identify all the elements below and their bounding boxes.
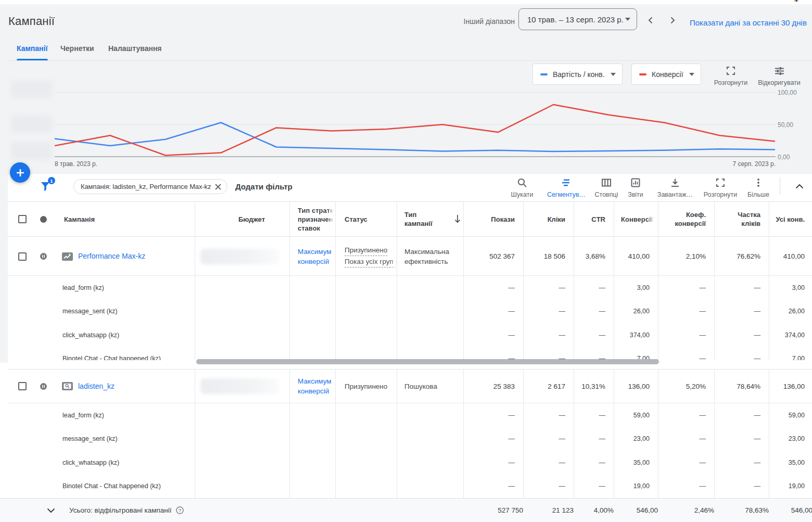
show-last-30-days-link[interactable]: Показати дані за останні 30 днів bbox=[690, 18, 807, 27]
empty-value-dash: — bbox=[509, 412, 515, 419]
campaign-row-performance-max[interactable]: Performance Max-kz Максимум конверсій Пр… bbox=[8, 237, 812, 276]
status-filter-dot-icon[interactable] bbox=[40, 216, 47, 223]
subrow-all-conv: 26,00 bbox=[769, 300, 812, 324]
previous-range-button[interactable] bbox=[643, 13, 658, 28]
empty-value-dash: — bbox=[509, 435, 515, 442]
header-click-share[interactable]: Частка кліків bbox=[715, 202, 769, 236]
status-cell[interactable]: Призупинено Показ усіх груп оголошень bbox=[336, 237, 397, 275]
redacted-budget-value bbox=[200, 378, 280, 394]
empty-value-dash: — bbox=[509, 332, 515, 339]
subrow-clicks: — bbox=[524, 451, 574, 475]
status-detail-text[interactable]: Показ усіх груп оголошень bbox=[345, 257, 397, 268]
toolbar-expand-button[interactable]: Розгорнути bbox=[696, 177, 744, 198]
add-campaign-fab[interactable] bbox=[10, 162, 30, 183]
toolbar-more-label: Більше bbox=[745, 191, 771, 198]
blue-series-dash-icon bbox=[540, 73, 548, 75]
budget-cell[interactable] bbox=[195, 237, 290, 275]
redacted-budget-value bbox=[200, 249, 280, 264]
header-campaign[interactable]: Кампанія bbox=[8, 202, 195, 236]
header-campaign-type-label: Тип кампанії bbox=[397, 210, 447, 228]
conversion-breakdown-group: lead_form (kz)———3,00——3,00message_sent … bbox=[8, 276, 812, 360]
next-range-button[interactable] bbox=[665, 13, 680, 28]
subrow-click-share: — bbox=[715, 451, 769, 475]
budget-cell[interactable] bbox=[195, 370, 290, 403]
toolbar-search-button[interactable]: Шукати bbox=[506, 177, 538, 198]
horizontal-scrollbar-thumb[interactable] bbox=[196, 359, 659, 364]
status-cell[interactable]: Призупинено bbox=[336, 370, 397, 403]
header-conv-rate-label: Коеф. конверсії bbox=[675, 210, 706, 228]
campaign-filter-chip[interactable]: Кампанія: ladisten_kz, Performance Max-k… bbox=[73, 179, 227, 194]
tab-campaigns[interactable]: Кампанії bbox=[17, 44, 47, 53]
impressions-cell: 502 367 bbox=[464, 237, 524, 275]
header-click-share-label: Частка кліків bbox=[738, 210, 760, 228]
toolbar-segment-button[interactable]: Сегментув… bbox=[543, 177, 589, 198]
toolbar-download-button[interactable]: Завантаж… bbox=[652, 177, 699, 198]
chart-metric-selector-1[interactable]: Вартість / конв. bbox=[532, 63, 623, 85]
subrow-conversions: 35,00 bbox=[614, 451, 658, 475]
bid-strategy-cell[interactable]: Максимум конверсій bbox=[290, 370, 336, 403]
date-range-value: 10 трав. – 13 серп. 2023 р. bbox=[527, 15, 624, 24]
toolbar-more-button[interactable]: Більше bbox=[745, 177, 771, 198]
subrow-clicks: — bbox=[524, 300, 574, 324]
date-range-picker[interactable]: 10 трав. – 13 серп. 2023 р. bbox=[518, 8, 637, 30]
empty-value-dash: — bbox=[754, 332, 761, 339]
empty-value-dash: — bbox=[599, 482, 606, 490]
empty-value-dash: — bbox=[700, 459, 706, 466]
campaign-name-link[interactable]: ladisten_kz bbox=[78, 381, 115, 391]
collapse-totals-button[interactable] bbox=[47, 508, 55, 513]
conversion-subrow: click_whatsapp (kz)———374,00——374,00 bbox=[8, 323, 812, 347]
campaign-row-ladisten[interactable]: ladisten_kz Максимум конверсій Призупине… bbox=[8, 369, 812, 403]
subrow-conv-rate: — bbox=[658, 403, 715, 427]
subrow-conv-rate: — bbox=[658, 451, 715, 475]
subrow-clicks: — bbox=[524, 475, 574, 499]
top-toolbar-edge bbox=[0, 0, 812, 5]
total-clicks: 21 123 bbox=[531, 499, 582, 522]
header-bid-strategy[interactable]: Тип стратегії призначення ставок bbox=[290, 202, 336, 236]
campaign-name-link[interactable]: Performance Max-kz bbox=[78, 251, 145, 261]
conversions-line-series bbox=[55, 105, 775, 156]
header-ctr[interactable]: CTR bbox=[574, 202, 614, 236]
remove-filter-button[interactable] bbox=[214, 183, 222, 191]
row-checkbox[interactable] bbox=[18, 252, 27, 261]
subrow-ctr: — bbox=[574, 403, 614, 427]
toolbar-reports-button[interactable]: Звіти bbox=[623, 177, 649, 198]
tab-drafts[interactable]: Чернетки bbox=[60, 44, 94, 53]
help-icon[interactable]: ? bbox=[176, 506, 184, 514]
bid-strategy-link[interactable]: Максимум конверсій bbox=[290, 247, 332, 266]
row-checkbox[interactable] bbox=[18, 382, 27, 390]
header-budget[interactable]: Бюджет bbox=[195, 202, 290, 236]
header-zone: Кампанії Інший діапазон 10 трав. – 13 се… bbox=[0, 6, 812, 173]
conversion-action-label: message_sent (kz) bbox=[8, 435, 118, 442]
chevron-down-icon bbox=[689, 73, 694, 76]
conversion-subrow: message_sent (kz)———23,00——23,00 bbox=[8, 427, 812, 451]
tab-settings[interactable]: Налаштування bbox=[108, 44, 162, 53]
bid-strategy-cell[interactable]: Максимум конверсій bbox=[290, 237, 336, 275]
subrow-conv-rate: — bbox=[658, 347, 715, 361]
collapse-table-button[interactable] bbox=[792, 180, 807, 193]
select-all-checkbox[interactable] bbox=[18, 215, 27, 223]
y-axis-tick-100: 100,00 bbox=[778, 89, 797, 96]
header-status[interactable]: Статус bbox=[336, 202, 397, 236]
empty-value-dash: — bbox=[599, 435, 606, 442]
header-conv-rate[interactable]: Коеф. конверсії bbox=[658, 202, 715, 236]
paused-status-icon[interactable] bbox=[40, 253, 47, 260]
toolbar-columns-button[interactable]: Стовпці bbox=[590, 177, 623, 198]
subrow-click-share: — bbox=[715, 323, 769, 347]
empty-value-dash: — bbox=[754, 355, 761, 360]
chart-metric-selector-2[interactable]: Конверсії bbox=[631, 63, 701, 85]
header-all-conv[interactable]: Усі конв. bbox=[769, 202, 812, 236]
status-paused-text[interactable]: Призупинено bbox=[345, 245, 387, 256]
filter-funnel-button[interactable]: 1 bbox=[37, 177, 55, 195]
more-vertical-icon bbox=[745, 177, 771, 188]
add-filter-button[interactable]: Додати фільтр bbox=[235, 182, 293, 191]
header-campaign-type[interactable]: Тип кампанії bbox=[397, 202, 464, 236]
bid-strategy-link[interactable]: Максимум конверсій bbox=[290, 376, 332, 396]
paused-status-icon[interactable] bbox=[40, 383, 47, 390]
header-clicks[interactable]: Кліки bbox=[524, 202, 574, 236]
header-impressions[interactable]: Покази bbox=[464, 202, 524, 236]
time-series-chart[interactable] bbox=[55, 83, 776, 159]
header-conversions[interactable]: Конверсії bbox=[614, 202, 658, 236]
empty-value-dash: — bbox=[599, 459, 606, 466]
totals-row: Усього: відфільтровані кампанії ? 527 75… bbox=[0, 498, 812, 522]
subrow-conv-rate: — bbox=[658, 276, 715, 300]
